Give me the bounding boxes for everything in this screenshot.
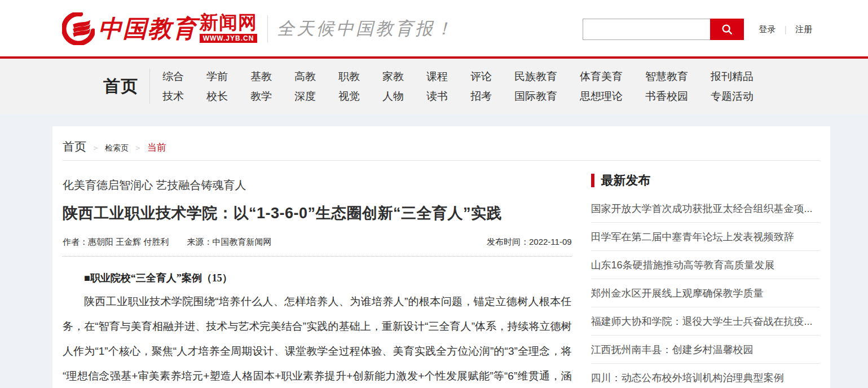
list-item[interactable]: 福建师大协和学院：退役大学生士兵奋战在抗疫... [591, 307, 820, 336]
nav-column: 综合 技术 [162, 70, 184, 103]
article-author: 作者：惠朝阳 王金辉 付胜利 [63, 237, 169, 246]
nav-column: 民族教育 国际教育 [514, 70, 557, 103]
nav-item-jijiao[interactable]: 基教 [250, 70, 272, 83]
logo-flag-icon [62, 12, 95, 45]
nav-item-jiajiao[interactable]: 家教 [382, 70, 404, 83]
article-paragraph: 陕西工业职业技术学院围绕“培养什么人、怎样培养人、为谁培养人”的根本问题，锚定立… [63, 289, 572, 388]
nav-item-gaojiao[interactable]: 高教 [294, 70, 316, 83]
nav-column: 课程 读书 [426, 70, 448, 103]
article-title: 陕西工业职业技术学院：以“1-3-6-0”生态圈创新“三全育人”实践 [63, 203, 572, 223]
nav-column: 职教 视觉 [338, 70, 360, 103]
nav-column: 家教 人物 [382, 70, 404, 103]
nav-item-dushu[interactable]: 读书 [426, 90, 448, 103]
breadcrumb-home[interactable]: 首页 [63, 139, 86, 155]
nav-item-sixianglilun[interactable]: 思想理论 [580, 90, 623, 103]
nav-home-link[interactable]: 首页 [103, 75, 138, 98]
chevron-right-icon: ＞ [91, 143, 100, 153]
register-link[interactable]: 注册 [795, 24, 812, 35]
nav-item-zhihuijiaoyu[interactable]: 智慧教育 [645, 70, 688, 83]
nav-item-jiaoxue[interactable]: 教学 [250, 90, 272, 103]
list-item[interactable]: 郑州金水区开展线上观摩确保教学质量 [591, 279, 820, 307]
nav-column: 智慧教育 书香校园 [645, 70, 688, 103]
list-item[interactable]: 山东16条硬措施推动高等教育高质量发展 [591, 251, 820, 279]
search-icon [721, 23, 733, 36]
nav-column: 学前 校长 [206, 70, 228, 103]
breadcrumb-search-page[interactable]: 检索页 [105, 143, 129, 153]
nav-column: 基教 教学 [250, 70, 272, 103]
nav-item-minzujiaoyu[interactable]: 民族教育 [514, 70, 557, 83]
nav-column: 高教 深度 [294, 70, 316, 103]
chevron-right-icon: ＞ [134, 143, 142, 153]
list-item[interactable]: 江西抚州南丰县：创建乡村温馨校园 [591, 336, 820, 364]
article-source: 来源：中国教育新闻网 [187, 237, 272, 246]
nav-item-shuxiangxiaoyuan[interactable]: 书香校园 [645, 90, 688, 103]
article-meta: 作者：惠朝阳 王金辉 付胜利 来源：中国教育新闻网 发布时间：2022-11-0… [63, 237, 572, 248]
list-item[interactable]: 国家开放大学首次成功获批亚太经合组织基金项... [591, 195, 820, 223]
nav-item-zhijiao[interactable]: 职教 [338, 70, 360, 83]
dotted-divider [63, 256, 572, 257]
auth-separator: ｜ [781, 24, 790, 35]
latest-sidebar: 最新发布 国家开放大学首次成功获批亚太经合组织基金项... 田学军在第二届中塞青… [591, 161, 820, 388]
article-column: 化美育德启智润心 艺技融合铸魂育人 陕西工业职业技术学院：以“1-3-6-0”生… [63, 161, 572, 388]
list-item[interactable]: 田学军在第二届中塞青年论坛上发表视频致辞 [591, 223, 820, 251]
article-lead: ■职业院校“三全育人”案例（15） [63, 271, 572, 285]
auth-links: 登录 ｜ 注册 [759, 24, 812, 35]
main-nav: 首页 综合 技术 学前 校长 基教 教学 高教 深度 职教 视觉 家教 人物 课… [0, 59, 868, 114]
nav-divider [149, 69, 150, 104]
nav-item-zhaokao[interactable]: 招考 [470, 90, 492, 103]
red-bar-icon [591, 174, 594, 187]
nav-item-baokanjingpin[interactable]: 报刊精品 [711, 70, 754, 83]
nav-columns: 综合 技术 学前 校长 基教 教学 高教 深度 职教 视觉 家教 人物 课程 读… [162, 70, 754, 103]
article-subtitle: 化美育德启智润心 艺技融合铸魂育人 [63, 178, 572, 193]
logo-tagline: 全天候中国教育报！ [277, 12, 455, 45]
nav-item-zhuantihuodong[interactable]: 专题活动 [711, 90, 754, 103]
nav-item-zonghe[interactable]: 综合 [162, 70, 184, 83]
search-button[interactable] [710, 19, 744, 40]
nav-item-tiyumeiyu[interactable]: 体育美育 [580, 70, 623, 83]
logo-sitename-bold: 新闻网 [200, 12, 257, 33]
sidebar-title: 最新发布 [601, 172, 651, 189]
page-background: 首页 ＞ 检索页 ＞ 当前 化美育德启智润心 艺技融合铸魂育人 陕西工业职业技术… [0, 114, 868, 388]
nav-item-xiaozhang[interactable]: 校长 [206, 90, 228, 103]
nav-column: 报刊精品 专题活动 [711, 70, 754, 103]
nav-item-guojijiaoyu[interactable]: 国际教育 [514, 90, 557, 103]
login-link[interactable]: 登录 [759, 24, 776, 35]
content-card: 首页 ＞ 检索页 ＞ 当前 化美育德启智润心 艺技融合铸魂育人 陕西工业职业技术… [52, 126, 830, 388]
list-item[interactable]: 四川：动态公布校外培训机构治理典型案例 [591, 364, 820, 388]
breadcrumb: 首页 ＞ 检索页 ＞ 当前 [63, 135, 820, 161]
nav-column: 评论 招考 [470, 70, 492, 103]
nav-item-shijue[interactable]: 视觉 [338, 90, 360, 103]
article-publish-time: 发布时间：2022-11-09 [487, 237, 572, 248]
nav-item-kecheng[interactable]: 课程 [426, 70, 448, 83]
nav-column: 体育美育 思想理论 [580, 70, 623, 103]
logo-divider [267, 15, 268, 42]
nav-item-pinglun[interactable]: 评论 [470, 70, 492, 83]
nav-item-renwu[interactable]: 人物 [382, 90, 404, 103]
site-logo[interactable]: 中国教育 新闻网 WWW.JYB.CN 全天候中国教育报！ [62, 12, 455, 45]
nav-item-jishu[interactable]: 技术 [162, 90, 184, 103]
breadcrumb-current: 当前 [147, 141, 166, 154]
logo-sitename-script: 中国教育 [98, 12, 197, 45]
nav-item-xueqian[interactable]: 学前 [206, 70, 228, 83]
logo-url-badge: WWW.JYB.CN [200, 34, 257, 43]
nav-item-shendu[interactable]: 深度 [294, 90, 316, 103]
latest-list: 国家开放大学首次成功获批亚太经合组织基金项... 田学军在第二届中塞青年论坛上发… [591, 195, 820, 388]
site-header: 中国教育 新闻网 WWW.JYB.CN 全天候中国教育报！ 登录 ｜ 注册 [0, 0, 868, 56]
sidebar-header: 最新发布 [591, 172, 820, 189]
search-input[interactable] [583, 19, 710, 40]
